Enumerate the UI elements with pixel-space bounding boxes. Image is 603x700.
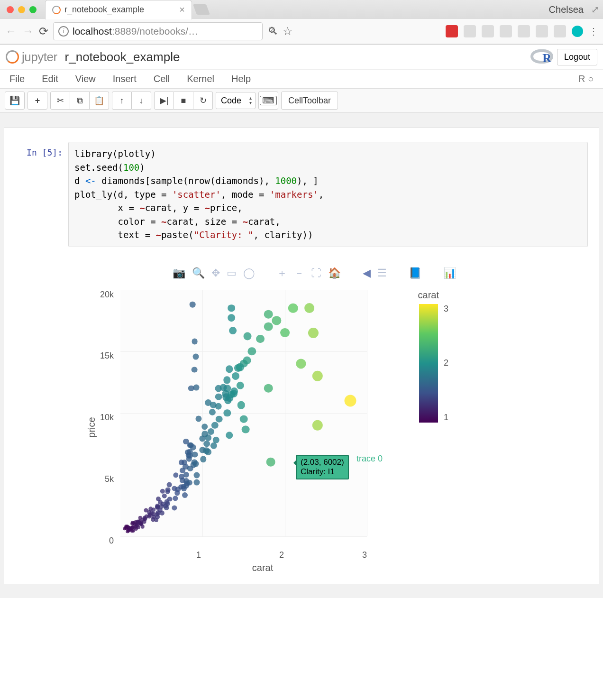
trace-label: trace 0 <box>356 454 383 464</box>
jupyter-logo[interactable]: jupyter <box>6 50 57 64</box>
menu-help[interactable]: Help <box>231 74 251 84</box>
back-button[interactable]: ← <box>5 25 17 38</box>
plotly-modebar: 📷 🔍 ✥ ▭ ◯ ＋ － ⛶ 🏠 ◀ ☰ 📘 📊 <box>68 266 588 280</box>
profile-avatar-icon[interactable] <box>572 26 583 37</box>
reload-button[interactable]: ⟳ <box>39 25 48 38</box>
extension-icon[interactable] <box>482 25 494 37</box>
restart-button[interactable]: ↻ <box>193 92 213 110</box>
extension-icon[interactable] <box>464 25 476 37</box>
zoom-icon[interactable]: 🔍 <box>192 267 205 279</box>
cut-button[interactable]: ✂ <box>50 92 70 110</box>
y-axis-ticks: 20k 15k 10k 5k 0 <box>95 290 114 546</box>
menu-view[interactable]: View <box>75 74 96 84</box>
jupyter-favicon-icon <box>52 6 61 14</box>
expand-icon[interactable]: ⤢ <box>591 4 599 15</box>
reset-axes-icon[interactable]: 🏠 <box>328 267 341 279</box>
close-tab-icon[interactable]: × <box>173 4 185 15</box>
hover-compare-icon[interactable]: ☰ <box>377 267 387 279</box>
notebook-area: In [5]: library(plotly) set.seed(100) d … <box>0 113 603 598</box>
notebook-name[interactable]: r_notebook_example <box>65 50 180 64</box>
save-button[interactable]: 💾 <box>5 92 25 110</box>
tab-title: r_notebook_example <box>64 5 144 15</box>
colorbar-ticks: 3 2 1 <box>444 304 448 423</box>
colorbar <box>419 304 438 423</box>
cell-type-select[interactable]: Code <box>216 92 256 109</box>
jupyter-brand-text: jupyter <box>22 50 57 64</box>
search-icon[interactable]: 🔍︎ <box>267 25 278 37</box>
interrupt-button[interactable]: ■ <box>174 92 193 110</box>
forward-button: → <box>22 25 34 38</box>
x-axis-ticks: 1 2 3 <box>120 550 367 560</box>
x-axis-title: carat <box>252 562 273 573</box>
cell-toolbar-button[interactable]: CellToolbar <box>281 92 338 110</box>
jupyter-header: jupyter r_notebook_example R Logout <box>0 45 603 70</box>
menubar: File Edit View Insert Cell Kernel Help R… <box>0 70 603 89</box>
address-bar[interactable]: i localhost:8889/notebooks/… <box>53 22 263 40</box>
scatter-points <box>120 290 367 536</box>
extension-icon[interactable] <box>518 25 530 37</box>
url-path: /notebooks/… <box>137 26 198 37</box>
output-area: 📷 🔍 ✥ ▭ ◯ ＋ － ⛶ 🏠 ◀ ☰ 📘 📊 <box>68 266 588 570</box>
menu-insert[interactable]: Insert <box>113 74 137 84</box>
extension-icon[interactable] <box>554 25 566 37</box>
plotly-chart[interactable]: price 20k 15k 10k 5k 0 1 2 3 carat (2.03… <box>68 285 457 570</box>
url-port: :8889 <box>112 26 137 37</box>
colorbar-title: carat <box>418 290 439 301</box>
menu-cell[interactable]: Cell <box>154 74 170 84</box>
browser-chrome: r_notebook_example × Chelsea ⤢ ← → ⟳ i l… <box>0 0 603 45</box>
toolbar: 💾 + ✂ ⧉ 📋 ↑ ↓ ▶| ■ ↻ Code CellToolbar <box>0 89 603 113</box>
command-palette-button[interactable] <box>258 92 278 110</box>
plotly-logo-icon[interactable]: 📘 <box>409 267 421 279</box>
copy-button[interactable]: ⧉ <box>70 92 90 110</box>
move-down-button[interactable]: ↓ <box>132 92 151 110</box>
input-prompt: In [5]: <box>15 142 63 247</box>
r-kernel-logo-icon: R <box>530 48 553 65</box>
browser-user[interactable]: Chelsea <box>549 4 586 15</box>
move-up-button[interactable]: ↑ <box>112 92 132 110</box>
paste-button[interactable]: 📋 <box>90 92 109 110</box>
menu-edit[interactable]: Edit <box>42 74 58 84</box>
insert-cell-button[interactable]: + <box>27 92 47 110</box>
kernel-indicator: R ○ <box>578 74 594 84</box>
minimize-window-icon[interactable] <box>18 6 25 13</box>
ublock-extension-icon[interactable] <box>446 25 458 37</box>
lasso-icon[interactable]: ◯ <box>243 267 255 279</box>
jupyter-logo-icon <box>6 50 19 64</box>
autoscale-icon[interactable]: ⛶ <box>311 267 321 279</box>
browser-tab[interactable]: r_notebook_example × <box>45 0 192 19</box>
bookmark-star-icon[interactable]: ☆ <box>283 25 293 38</box>
close-window-icon[interactable] <box>7 6 14 13</box>
box-select-icon[interactable]: ▭ <box>227 267 237 279</box>
extension-icon[interactable] <box>500 25 512 37</box>
hover-tooltip: (2.03, 6002) Clarity: I1 <box>296 455 349 479</box>
menu-file[interactable]: File <box>9 74 25 84</box>
camera-icon[interactable]: 📷 <box>173 267 185 279</box>
code-cell[interactable]: In [5]: library(plotly) set.seed(100) d … <box>15 142 588 247</box>
logout-button[interactable]: Logout <box>557 49 597 65</box>
code-editor[interactable]: library(plotly) set.seed(100) d <- diamo… <box>68 142 588 247</box>
zoom-window-icon[interactable] <box>29 6 37 13</box>
plotly-bars-icon[interactable]: 📊 <box>443 267 456 279</box>
menu-dots-icon[interactable]: ⋮ <box>589 26 598 37</box>
zoom-out-icon[interactable]: － <box>294 266 304 280</box>
spike-toggle-icon[interactable]: ◀ <box>363 267 371 279</box>
zoom-in-icon[interactable]: ＋ <box>277 266 287 280</box>
window-controls <box>4 6 37 13</box>
pan-icon[interactable]: ✥ <box>211 267 220 279</box>
extension-icon[interactable] <box>536 25 548 37</box>
new-tab-button[interactable] <box>193 4 210 15</box>
menu-kernel[interactable]: Kernel <box>187 74 214 84</box>
run-button[interactable]: ▶| <box>154 92 174 110</box>
url-host: localhost <box>73 26 112 37</box>
site-info-icon[interactable]: i <box>58 26 69 37</box>
